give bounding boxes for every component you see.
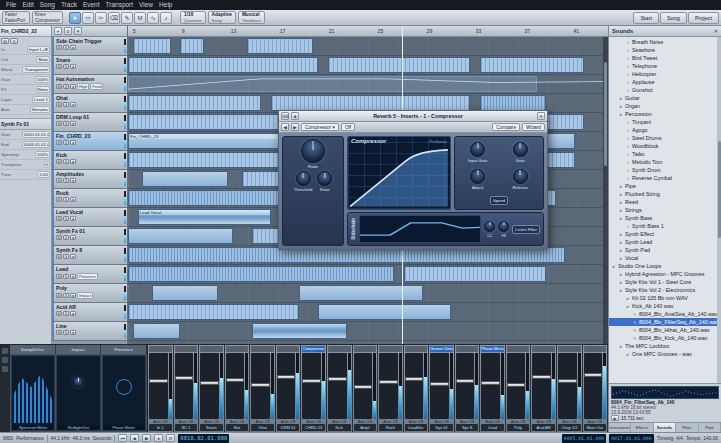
- track-header[interactable]: Fin_CHRD_23MS●: [52, 132, 127, 151]
- menu-file[interactable]: File: [3, 0, 19, 10]
- fader-handle[interactable]: [354, 385, 373, 389]
- mixer-tab-icon[interactable]: [2, 357, 8, 363]
- fader-handle[interactable]: [277, 375, 296, 379]
- preset-dropdown[interactable]: Compressor ▾: [301, 123, 339, 131]
- menu-transport[interactable]: Transport: [103, 0, 137, 10]
- browser-item[interactable]: ▸Pipe: [609, 182, 717, 190]
- mute-button[interactable]: M: [56, 121, 62, 126]
- track-header[interactable]: KickMS●: [52, 151, 127, 170]
- browser-item[interactable]: ♪Agogo: [609, 126, 717, 134]
- performance-indicator[interactable]: Performance: [16, 436, 43, 441]
- rewind-button[interactable]: ⏮: [118, 434, 127, 442]
- browser-item[interactable]: ▸Kick_Ab 140 wav: [609, 302, 717, 310]
- solo-button[interactable]: S: [63, 64, 69, 69]
- browser-item[interactable]: ▸Plucked String: [609, 190, 717, 198]
- audio-clip[interactable]: [299, 285, 423, 301]
- mute-button[interactable]: M: [56, 178, 62, 183]
- audio-clip[interactable]: [128, 304, 299, 320]
- inspector-value[interactable]: Level 1: [32, 96, 50, 103]
- solo-button[interactable]: S: [63, 216, 69, 221]
- channel-fader[interactable]: [354, 353, 373, 419]
- browser-item[interactable]: ▸Synth Bass: [609, 214, 717, 222]
- solo-button[interactable]: S: [63, 178, 69, 183]
- audio-clip[interactable]: [271, 95, 471, 111]
- browser-item[interactable]: ♪Gunshot: [609, 86, 717, 94]
- audio-clip[interactable]: [128, 228, 233, 244]
- mixer-channel[interactable]: Auto: OffMain Out: [583, 345, 608, 432]
- solo-button[interactable]: S: [63, 121, 69, 126]
- arrow-tool[interactable]: ➤: [69, 12, 81, 24]
- mute-button[interactable]: M: [56, 102, 62, 107]
- browser-item[interactable]: ∿8004_Blv_FilterSeq_Ab_140.wav: [609, 318, 717, 326]
- inspector-value[interactable]: 100%: [35, 76, 50, 83]
- solo-button[interactable]: S: [63, 140, 69, 145]
- track-header[interactable]: AmplitudesMS●: [52, 170, 127, 189]
- compare-button[interactable]: Compare: [492, 123, 520, 131]
- track-header[interactable]: LineMS●: [52, 322, 127, 341]
- preset-next-button[interactable]: ▶: [291, 123, 299, 131]
- sidechain-hi-knob[interactable]: [498, 221, 509, 232]
- browser-item[interactable]: ▸Guitar: [609, 94, 717, 102]
- solo-button[interactable]: S: [63, 274, 69, 279]
- rack-tab-impact[interactable]: Impact: [56, 345, 102, 354]
- browser-item[interactable]: ♪Helicopter: [609, 70, 717, 78]
- plugin-window-compressor[interactable]: ⌨ ◈ Reverb 5 - Inserts - 1 - Compressor …: [278, 110, 548, 250]
- fader-handle[interactable]: [328, 377, 347, 381]
- mixer-channel[interactable]: Auto: OffChop 1/2: [557, 345, 583, 432]
- mixer-channel[interactable]: Auto: OffRock: [378, 345, 404, 432]
- mute-button[interactable]: M: [56, 197, 62, 202]
- record-arm-button[interactable]: ●: [70, 159, 76, 164]
- mixer-channel[interactable]: Auto: OffSC 1: [174, 345, 200, 432]
- audio-clip[interactable]: [318, 304, 451, 320]
- waveform-preview[interactable]: [611, 386, 719, 399]
- menu-help[interactable]: Help: [156, 0, 175, 10]
- fader-handle[interactable]: [481, 381, 500, 385]
- split-tool[interactable]: ✂: [95, 12, 107, 24]
- fader-handle[interactable]: [584, 373, 603, 377]
- mute-button[interactable]: M: [56, 235, 62, 240]
- browser-item[interactable]: ▸Synth Lead: [609, 238, 717, 246]
- browser-item[interactable]: ♪Breath Noise: [609, 38, 717, 46]
- track-header[interactable]: Synth Fx 01MS●: [52, 227, 127, 246]
- track-header[interactable]: LeadMS●Presence: [52, 265, 127, 284]
- mute-button[interactable]: M: [56, 216, 62, 221]
- listen-filter-button[interactable]: Listen Filter: [512, 225, 540, 234]
- mixer-channel[interactable]: Auto: OffSnare: [199, 345, 225, 432]
- bypass-dropdown[interactable]: Off: [341, 123, 355, 131]
- browser-item[interactable]: ▸Hybrid Agression - MPC Grooves: [609, 270, 717, 278]
- track-chip[interactable]: Feed: [90, 83, 103, 90]
- mixer-channel[interactable]: Phase MeterAuto: OffLead: [480, 345, 506, 432]
- fader-handle[interactable]: [532, 375, 551, 379]
- browser-item[interactable]: ▸Kit 02 105 Bb min WAV: [609, 294, 717, 302]
- rack-tab-presence[interactable]: Presence: [101, 345, 147, 354]
- channel-fader[interactable]: [200, 353, 219, 419]
- channel-fader[interactable]: [175, 353, 194, 419]
- button-song[interactable]: Song: [660, 12, 687, 24]
- release-knob[interactable]: [513, 169, 528, 184]
- fader-handle[interactable]: [226, 378, 245, 382]
- browser-item[interactable]: ▸Organ: [609, 102, 717, 110]
- solo-button[interactable]: S: [63, 293, 69, 298]
- browser-scrollbar[interactable]: [717, 37, 721, 383]
- browser-item[interactable]: ♪Woodblock: [609, 142, 717, 150]
- browser-item[interactable]: ▸Strings: [609, 206, 717, 214]
- sidechain-lc-knob[interactable]: [484, 221, 495, 232]
- device-display[interactable]: Spectrum Meter: [11, 355, 55, 431]
- play-button[interactable]: ▶: [142, 434, 151, 442]
- browser-item[interactable]: ▸Percussion: [609, 110, 717, 118]
- mixer-channel[interactable]: Auto: OffAmpl: [353, 345, 379, 432]
- mute-button[interactable]: M: [56, 274, 62, 279]
- preview-play-icon[interactable]: ▶: [611, 415, 619, 421]
- solo-button[interactable]: S: [63, 254, 69, 259]
- record-arm-button[interactable]: ●: [70, 216, 76, 221]
- timeline-ruler[interactable]: 591317212529333741: [128, 26, 608, 37]
- threshold-knob[interactable]: [296, 171, 311, 186]
- channel-fader[interactable]: [226, 353, 245, 419]
- record-arm-button[interactable]: ●: [70, 64, 76, 69]
- browser-item[interactable]: ♪Taiko: [609, 150, 717, 158]
- browser-item[interactable]: ♪Telephone: [609, 62, 717, 70]
- channel-fader[interactable]: [149, 353, 168, 419]
- browser-item[interactable]: ♪Synth Bass 1: [609, 222, 717, 230]
- plugin-pin-icon[interactable]: ◈: [291, 112, 299, 120]
- fader-handle[interactable]: [379, 380, 398, 384]
